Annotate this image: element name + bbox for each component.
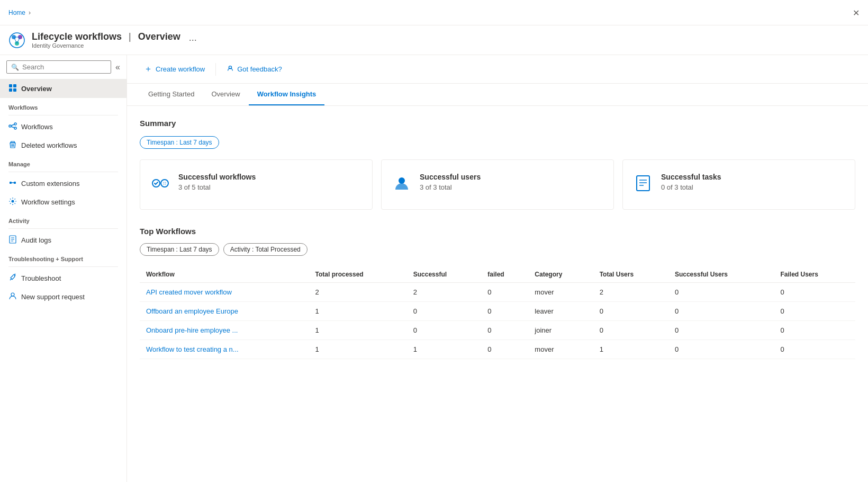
tab-getting-started[interactable]: Getting Started xyxy=(140,84,203,105)
sidebar-item-custom-extensions[interactable]: Custom extensions xyxy=(0,174,126,193)
workflow-link-2[interactable]: Onboard pre-hire employee ... xyxy=(146,326,238,334)
troubleshoot-label: Troubleshoot xyxy=(21,274,61,282)
stat-card-label-tasks: Successful tasks xyxy=(661,173,721,181)
workflows-label: Workflows xyxy=(21,123,53,131)
create-workflow-label: Create workflow xyxy=(156,65,205,73)
sidebar-section-activity: Activity xyxy=(0,211,126,226)
cell-workflow-1: Offboard an employee Europe xyxy=(140,302,309,321)
cell-category-0: mover xyxy=(528,283,593,302)
svg-point-28 xyxy=(399,177,405,184)
cell-failed-users-3: 0 xyxy=(774,340,855,359)
col-header-successful-users: Successful Users xyxy=(668,266,774,283)
sidebar-item-workflows[interactable]: Workflows xyxy=(0,118,126,136)
breadcrumb: Home › xyxy=(8,9,31,16)
sidebar-item-troubleshoot[interactable]: Troubleshoot xyxy=(0,269,126,288)
cell-successful-3: 1 xyxy=(407,340,482,359)
sidebar-divider-2 xyxy=(8,172,118,172)
svg-line-15 xyxy=(11,127,14,128)
cell-workflow-2: Onboard pre-hire employee ... xyxy=(140,321,309,340)
cell-successful-users-0: 0 xyxy=(668,283,774,302)
timespan-filter-badge[interactable]: Timespan : Last 7 days xyxy=(140,243,219,256)
workflow-link-0[interactable]: API created mover workflow xyxy=(146,288,232,296)
tab-overview[interactable]: Overview xyxy=(203,84,248,105)
toolbar: ＋ Create workflow Got feedback? xyxy=(127,55,868,84)
cell-failed-users-2: 0 xyxy=(774,321,855,340)
svg-point-12 xyxy=(14,123,16,125)
main-layout: 🔍 « Overview Workflows xyxy=(0,55,868,482)
stat-card-text-tasks: Successful tasks 0 of 3 total xyxy=(661,173,721,191)
close-button[interactable]: ✕ xyxy=(853,7,860,17)
svg-line-14 xyxy=(11,124,14,126)
more-options-button[interactable]: ··· xyxy=(187,32,199,48)
sidebar-overview-label: Overview xyxy=(21,85,52,93)
main-content: ＋ Create workflow Got feedback? Getting … xyxy=(127,55,868,482)
stat-card-value-workflows: 3 of 5 total xyxy=(178,183,256,191)
sidebar: 🔍 « Overview Workflows xyxy=(0,55,127,482)
feedback-button[interactable]: Got feedback? xyxy=(222,61,286,77)
cell-total-processed-1: 1 xyxy=(309,302,407,321)
col-header-failed-users: Failed Users xyxy=(774,266,855,283)
workflows-icon xyxy=(8,122,17,132)
search-input[interactable] xyxy=(22,63,106,71)
activity-filter-badge[interactable]: Activity : Total Processed xyxy=(223,243,308,256)
cell-total-users-3: 1 xyxy=(593,340,668,359)
cell-successful-1: 0 xyxy=(407,302,482,321)
stat-card-value-users: 3 of 3 total xyxy=(420,183,481,191)
feedback-label: Got feedback? xyxy=(237,65,282,73)
workflow-settings-icon xyxy=(8,197,17,207)
sidebar-divider-4 xyxy=(8,266,118,267)
toolbar-divider xyxy=(215,63,216,76)
cell-workflow-3: Workflow to test creating a n... xyxy=(140,340,309,359)
cell-successful-0: 2 xyxy=(407,283,482,302)
cell-failed-users-1: 0 xyxy=(774,302,855,321)
col-header-failed: failed xyxy=(481,266,528,283)
create-workflow-button[interactable]: ＋ Create workflow xyxy=(140,60,209,78)
title-separator: | xyxy=(129,31,134,42)
plus-icon: ＋ xyxy=(144,64,152,75)
deleted-workflows-label: Deleted workflows xyxy=(21,141,77,149)
sidebar-search-row: 🔍 « xyxy=(0,55,126,79)
workflow-link-3[interactable]: Workflow to test creating a n... xyxy=(146,345,239,353)
sidebar-item-deleted-workflows[interactable]: Deleted workflows xyxy=(0,136,126,155)
cell-failed-0: 0 xyxy=(481,283,528,302)
cell-total-processed-3: 1 xyxy=(309,340,407,359)
search-icon: 🔍 xyxy=(11,64,19,71)
table-row: Onboard pre-hire employee ... 1 0 0 join… xyxy=(140,321,855,340)
cell-category-1: leaver xyxy=(528,302,593,321)
workflows-table: Workflow Total processed Successful fail… xyxy=(140,266,855,359)
sidebar-item-overview[interactable]: Overview xyxy=(0,79,126,98)
content-area: Summary Timespan : Last 7 days xyxy=(127,106,868,372)
table-row: API created mover workflow 2 2 0 mover 2… xyxy=(140,283,855,302)
app-title-block: Lifecycle workflows | Overview Identity … xyxy=(32,31,180,49)
sidebar-item-workflow-settings[interactable]: Workflow settings xyxy=(0,193,126,211)
cell-total-users-2: 0 xyxy=(593,321,668,340)
table-header-row: Workflow Total processed Successful fail… xyxy=(140,266,855,283)
collapse-sidebar-button[interactable]: « xyxy=(115,63,120,72)
summary-timespan-badge[interactable]: Timespan : Last 7 days xyxy=(140,136,219,149)
cell-failed-users-0: 0 xyxy=(774,283,855,302)
stat-card-text-workflows: Successful workflows 3 of 5 total xyxy=(178,173,256,191)
svg-point-18 xyxy=(12,200,14,203)
svg-rect-10 xyxy=(13,88,16,92)
svg-rect-7 xyxy=(9,84,12,87)
custom-extensions-icon xyxy=(8,178,17,189)
cell-total-processed-0: 2 xyxy=(309,283,407,302)
breadcrumb-home[interactable]: Home xyxy=(8,9,25,16)
top-bar: Home › ✕ xyxy=(0,0,868,25)
svg-rect-8 xyxy=(13,84,16,87)
sidebar-search-box[interactable]: 🔍 xyxy=(6,60,111,74)
sidebar-item-new-support-request[interactable]: New support request xyxy=(0,288,126,306)
cell-failed-2: 0 xyxy=(481,321,528,340)
col-header-total-processed: Total processed xyxy=(309,266,407,283)
custom-extensions-label: Custom extensions xyxy=(21,180,80,188)
cell-total-users-0: 2 xyxy=(593,283,668,302)
audit-logs-label: Audit logs xyxy=(21,236,51,244)
sidebar-item-audit-logs[interactable]: Audit logs xyxy=(0,231,126,249)
tab-workflow-insights[interactable]: Workflow Insights xyxy=(249,84,325,105)
cell-successful-users-2: 0 xyxy=(668,321,774,340)
workflow-settings-label: Workflow settings xyxy=(21,198,75,206)
app-subtitle: Identity Governance xyxy=(32,42,180,49)
col-header-successful: Successful xyxy=(407,266,482,283)
workflow-link-1[interactable]: Offboard an employee Europe xyxy=(146,307,238,315)
breadcrumb-separator: › xyxy=(29,9,31,16)
